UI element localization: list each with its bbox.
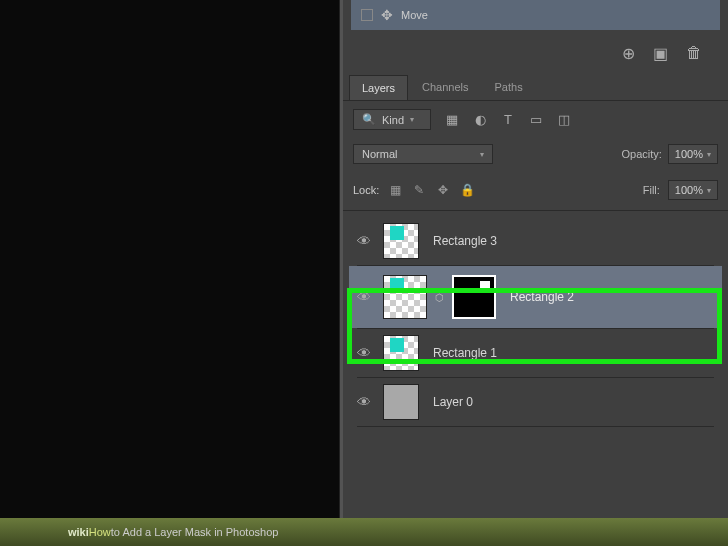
caption-wiki: wiki <box>68 526 89 538</box>
camera-icon[interactable]: ▣ <box>653 44 668 63</box>
visibility-eye-icon[interactable]: 👁 <box>353 233 375 249</box>
dropdown-caret-icon: ▾ <box>707 186 711 195</box>
lock-label: Lock: <box>353 184 379 196</box>
add-panel-icon[interactable]: ⊕ <box>622 44 635 63</box>
caption-bar: wikiHow to Add a Layer Mask in Photoshop <box>0 518 728 546</box>
tab-paths[interactable]: Paths <box>483 75 535 100</box>
blend-mode-dropdown[interactable]: Normal ▾ <box>353 144 493 164</box>
opacity-value: 100% <box>675 148 703 160</box>
layer-name: Rectangle 2 <box>510 290 574 304</box>
move-tool-label: Move <box>401 9 428 21</box>
layer-mask-thumbnail[interactable] <box>452 275 496 319</box>
layers-list: 👁 Rectangle 3 👁 ⬡ Rectangle 2 👁 Rectangl… <box>343 211 728 433</box>
visibility-eye-icon[interactable]: 👁 <box>353 289 375 305</box>
lock-row: Lock: ▦ ✎ ✥ 🔒 Fill: 100% ▾ <box>343 172 728 211</box>
caption-how: How <box>89 526 111 538</box>
panel-tabs: Layers Channels Paths <box>343 75 728 101</box>
layer-name: Rectangle 1 <box>433 346 497 360</box>
lock-all-icon[interactable]: 🔒 <box>459 183 475 197</box>
layer-thumbnail[interactable] <box>383 223 419 259</box>
visibility-eye-icon[interactable]: 👁 <box>353 345 375 361</box>
lock-brush-icon[interactable]: ✎ <box>411 183 427 197</box>
layer-thumbnail[interactable] <box>383 275 427 319</box>
tab-layers[interactable]: Layers <box>349 75 408 100</box>
filter-type-icon[interactable]: T <box>499 111 517 129</box>
opacity-label: Opacity: <box>622 148 662 160</box>
trash-icon[interactable]: 🗑 <box>686 44 702 63</box>
dropdown-caret-icon: ▾ <box>707 150 711 159</box>
blend-mode-value: Normal <box>362 148 397 160</box>
layer-name: Layer 0 <box>433 395 473 409</box>
canvas-area[interactable] <box>0 0 340 520</box>
layer-row-layer-0[interactable]: 👁 Layer 0 <box>349 378 722 426</box>
filter-kind-dropdown[interactable]: 🔍 Kind ▾ <box>353 109 431 130</box>
move-tool-bar: ✥ Move <box>351 0 720 30</box>
dropdown-caret-icon: ▾ <box>480 150 484 159</box>
dropdown-caret-icon: ▾ <box>410 115 414 124</box>
mask-link-icon[interactable]: ⬡ <box>435 292 444 303</box>
layer-filter-row: 🔍 Kind ▾ ▦ ◐ T ▭ ◫ <box>343 101 728 136</box>
visibility-eye-icon[interactable]: 👁 <box>353 394 375 410</box>
layers-panel-container: ✥ Move ⊕ ▣ 🗑 Layers Channels Paths 🔍 Kin… <box>343 0 728 520</box>
lock-position-icon[interactable]: ✥ <box>435 183 451 197</box>
filter-kind-label: Kind <box>382 114 404 126</box>
fill-field[interactable]: 100% ▾ <box>668 180 718 200</box>
caption-text: to Add a Layer Mask in Photoshop <box>111 526 279 538</box>
filter-pixel-icon[interactable]: ▦ <box>443 111 461 129</box>
filter-shape-icon[interactable]: ▭ <box>527 111 545 129</box>
layer-row-rectangle-2[interactable]: 👁 ⬡ Rectangle 2 <box>349 266 722 328</box>
opacity-field[interactable]: 100% ▾ <box>668 144 718 164</box>
lock-transparency-icon[interactable]: ▦ <box>387 183 403 197</box>
blend-mode-row: Normal ▾ Opacity: 100% ▾ <box>343 136 728 172</box>
layer-separator <box>357 426 714 427</box>
filter-adjustment-icon[interactable]: ◐ <box>471 111 489 129</box>
move-tool-checkbox[interactable] <box>361 9 373 21</box>
search-icon: 🔍 <box>362 113 376 126</box>
layer-row-rectangle-1[interactable]: 👁 Rectangle 1 <box>349 329 722 377</box>
tab-channels[interactable]: Channels <box>410 75 480 100</box>
fill-label: Fill: <box>643 184 660 196</box>
layer-row-rectangle-3[interactable]: 👁 Rectangle 3 <box>349 217 722 265</box>
layer-thumbnail[interactable] <box>383 384 419 420</box>
layer-thumbnail[interactable] <box>383 335 419 371</box>
move-cursor-icon: ✥ <box>381 7 393 23</box>
layer-name: Rectangle 3 <box>433 234 497 248</box>
filter-smart-icon[interactable]: ◫ <box>555 111 573 129</box>
fill-value: 100% <box>675 184 703 196</box>
panel-action-icons: ⊕ ▣ 🗑 <box>343 30 728 75</box>
